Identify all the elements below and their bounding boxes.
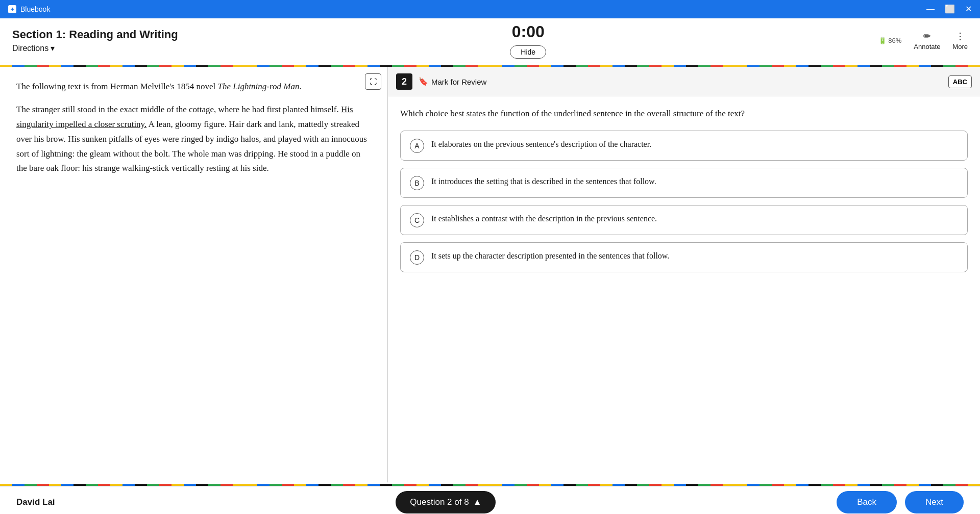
passage-text: The following text is from Herman Melvil… <box>16 80 371 176</box>
app-logo: ✦ <box>8 5 16 13</box>
passage-panel: ⛶ The following text is from Herman Melv… <box>0 67 388 482</box>
close-button[interactable]: ✕ <box>965 5 972 13</box>
option-text-c: It establishes a contrast with the descr… <box>431 213 958 225</box>
abc-button[interactable]: ABC <box>948 75 972 88</box>
answer-option-a[interactable]: AIt elaborates on the previous sentence'… <box>400 131 968 161</box>
question-content: Which choice best states the function of… <box>388 96 980 282</box>
answer-option-d[interactable]: DIt sets up the character description pr… <box>400 242 968 272</box>
option-text-b: It introduces the setting that is descri… <box>431 175 958 188</box>
window-controls[interactable]: — ⬜ ✕ <box>926 5 972 13</box>
question-header: 2 🔖 Mark for Review ABC <box>388 67 980 96</box>
progress-strip-top <box>0 63 980 67</box>
next-button[interactable]: Next <box>905 491 964 513</box>
expand-icon: ⛶ <box>370 78 377 86</box>
question-text: Which choice best states the function of… <box>400 107 968 120</box>
title-bar: ✦ Bluebook — ⬜ ✕ <box>0 0 980 18</box>
battery-icon: 🔋 <box>878 37 887 44</box>
hide-button[interactable]: Hide <box>510 45 546 59</box>
option-text-d: It sets up the character description pre… <box>431 250 958 262</box>
more-label: More <box>952 43 968 50</box>
question-counter-label: Question 2 of 8 <box>410 497 469 507</box>
minimize-button[interactable]: — <box>926 5 935 13</box>
question-panel-wrapper: 2 🔖 Mark for Review ABC Which choice bes… <box>388 67 980 482</box>
answer-options: AIt elaborates on the previous sentence'… <box>400 131 968 272</box>
passage-expand-button[interactable]: ⛶ <box>365 73 381 90</box>
header-right: 🔋 86% ✏ Annotate ⋮ More <box>878 31 968 50</box>
answer-option-c[interactable]: CIt establishes a contrast with the desc… <box>400 205 968 235</box>
bookmark-icon: 🔖 <box>419 77 428 86</box>
more-icon: ⋮ <box>955 31 965 42</box>
answer-option-b[interactable]: BIt introduces the setting that is descr… <box>400 168 968 198</box>
battery-label: 86% <box>888 37 901 44</box>
question-counter-button[interactable]: Question 2 of 8 ▲ <box>396 491 496 513</box>
more-button[interactable]: ⋮ More <box>952 31 968 50</box>
question-number-badge: 2 <box>396 73 412 90</box>
passage-intro: The following text is from Herman Melvil… <box>16 80 371 94</box>
timer-display: 0:00 <box>512 22 545 41</box>
directions-button[interactable]: Directions ▾ <box>12 43 178 53</box>
user-name: David Lai <box>16 497 55 507</box>
passage-title: The Lightning-rod Man <box>217 82 299 91</box>
annotate-icon: ✏ <box>923 31 931 42</box>
back-button[interactable]: Back <box>837 491 897 513</box>
mark-review-label: Mark for Review <box>431 78 486 86</box>
annotate-label: Annotate <box>914 43 940 50</box>
app-title-area: ✦ Bluebook <box>8 5 50 13</box>
progress-strip-bottom <box>0 482 980 486</box>
footer-nav-buttons: Back Next <box>837 491 964 513</box>
option-circle-a: A <box>410 139 424 153</box>
option-circle-b: B <box>410 176 424 190</box>
mark-for-review-button[interactable]: 🔖 Mark for Review <box>419 77 942 86</box>
header-left: Section 1: Reading and Writing Direction… <box>12 28 178 53</box>
directions-chevron-icon: ▾ <box>51 43 55 53</box>
option-circle-d: D <box>410 250 424 265</box>
annotate-button[interactable]: ✏ Annotate <box>914 31 940 50</box>
battery-display: 🔋 86% <box>878 37 902 44</box>
main-content: ⛶ The following text is from Herman Melv… <box>0 67 980 482</box>
header-center: 0:00 Hide <box>510 22 546 59</box>
chevron-up-icon: ▲ <box>473 497 482 507</box>
passage-body: The stranger still stood in the exact mi… <box>16 102 371 176</box>
option-text-a: It elaborates on the previous sentence's… <box>431 138 958 150</box>
section-title: Section 1: Reading and Writing <box>12 28 178 41</box>
option-circle-c: C <box>410 213 424 227</box>
directions-label: Directions <box>12 44 48 53</box>
header: Section 1: Reading and Writing Direction… <box>0 18 980 63</box>
footer: David Lai Question 2 of 8 ▲ Back Next <box>0 486 980 514</box>
question-panel: 2 🔖 Mark for Review ABC Which choice bes… <box>388 67 980 282</box>
maximize-button[interactable]: ⬜ <box>945 5 955 13</box>
app-name: Bluebook <box>20 5 50 13</box>
